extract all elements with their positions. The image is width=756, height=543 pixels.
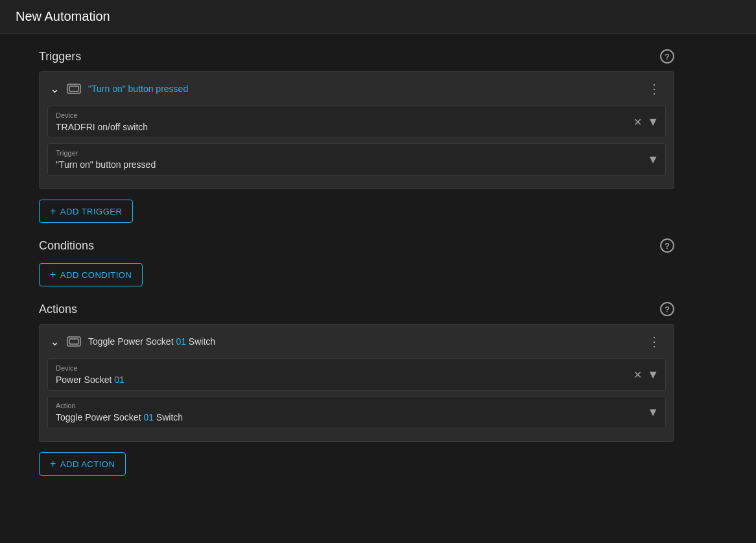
action-device-value: Power Socket 01: [56, 375, 657, 385]
trigger-type-dropdown-icon[interactable]: ▼: [647, 153, 659, 167]
actions-section-header: Actions ?: [39, 302, 674, 316]
add-condition-plus: +: [50, 269, 56, 281]
action-device-clear-icon[interactable]: ✕: [633, 369, 642, 381]
action-type-highlight: 01: [143, 412, 154, 422]
add-trigger-button[interactable]: + ADD TRIGGER: [39, 200, 133, 223]
action-type-label: Action: [56, 402, 657, 410]
conditions-section-header: Conditions ?: [39, 238, 674, 253]
trigger-chevron-icon[interactable]: ⌄: [50, 82, 60, 96]
conditions-section: Conditions ? + ADD CONDITION: [39, 238, 674, 286]
actions-help-icon[interactable]: ?: [660, 302, 674, 316]
trigger-card-title: "Turn on" button pressed: [88, 84, 188, 94]
action-type-dropdown-icon[interactable]: ▼: [647, 406, 659, 419]
trigger-card-header-left: ⌄ "Turn on" button pressed: [50, 82, 188, 96]
triggers-title: Triggers: [39, 50, 81, 64]
action-device-dropdown-icon[interactable]: ▼: [647, 368, 659, 382]
add-condition-button[interactable]: + ADD CONDITION: [39, 263, 143, 286]
trigger-card: ⌄ "Turn on" button pressed ⋮ Device: [39, 71, 674, 189]
trigger-type-label: Trigger: [56, 149, 657, 157]
action-card-header-left: ⌄ Toggle Power Socket 01 Switch: [50, 334, 215, 349]
trigger-type-field: Trigger "Turn on" button pressed ▼: [47, 143, 666, 176]
conditions-title: Conditions: [39, 239, 94, 253]
action-device-icon: [66, 336, 82, 347]
action-type-value: Toggle Power Socket 01 Switch: [56, 412, 657, 422]
action-more-icon[interactable]: ⋮: [645, 332, 663, 351]
trigger-card-body: Device TRADFRI on/off switch ✕ ▼ Trigger…: [40, 106, 674, 189]
action-type-controls: ▼: [647, 406, 659, 419]
trigger-type-controls: ▼: [647, 153, 659, 167]
action-chevron-icon[interactable]: ⌄: [50, 334, 60, 349]
trigger-device-icon: [66, 83, 82, 95]
main-content: Triggers ? ⌄ "Turn on" button pressed: [0, 34, 713, 507]
add-action-button[interactable]: + ADD ACTION: [39, 452, 126, 476]
add-trigger-label: ADD TRIGGER: [60, 207, 123, 216]
triggers-help-icon[interactable]: ?: [660, 49, 674, 64]
svg-rect-1: [69, 86, 78, 91]
page-header: New Automation: [0, 0, 756, 34]
action-device-controls: ✕ ▼: [633, 368, 659, 382]
trigger-device-value: TRADFRI on/off switch: [56, 122, 657, 132]
triggers-section-header: Triggers ?: [39, 49, 674, 64]
add-action-plus: +: [50, 458, 56, 470]
actions-title: Actions: [39, 303, 77, 316]
page-title: New Automation: [16, 9, 740, 24]
action-device-field: Device Power Socket 01 ✕ ▼: [47, 358, 666, 391]
add-action-label: ADD ACTION: [60, 459, 115, 469]
action-card-header[interactable]: ⌄ Toggle Power Socket 01 Switch ⋮: [40, 325, 674, 358]
triggers-section: Triggers ? ⌄ "Turn on" button pressed: [39, 49, 674, 223]
trigger-more-icon[interactable]: ⋮: [645, 80, 663, 98]
trigger-device-controls: ✕ ▼: [633, 115, 659, 129]
action-card-title-highlight: 01: [176, 336, 186, 347]
trigger-type-value: "Turn on" button pressed: [56, 159, 657, 170]
add-condition-label: ADD CONDITION: [60, 270, 132, 280]
action-type-field: Action Toggle Power Socket 01 Switch ▼: [47, 396, 666, 428]
action-card-title: Toggle Power Socket 01 Switch: [88, 336, 215, 347]
trigger-card-header[interactable]: ⌄ "Turn on" button pressed ⋮: [40, 72, 674, 106]
add-trigger-plus: +: [50, 205, 56, 217]
actions-section: Actions ? ⌄ Toggle Power Socket 01: [39, 302, 674, 476]
svg-rect-3: [69, 339, 78, 344]
trigger-device-dropdown-icon[interactable]: ▼: [647, 115, 659, 129]
action-card: ⌄ Toggle Power Socket 01 Switch ⋮: [39, 324, 674, 442]
trigger-device-label: Device: [56, 111, 657, 119]
action-card-body: Device Power Socket 01 ✕ ▼ Action Toggle…: [40, 358, 674, 441]
trigger-device-clear-icon[interactable]: ✕: [633, 116, 642, 128]
action-device-label: Device: [56, 364, 657, 372]
conditions-help-icon[interactable]: ?: [660, 238, 674, 253]
trigger-device-field: Device TRADFRI on/off switch ✕ ▼: [47, 106, 666, 138]
action-device-highlight: 01: [114, 375, 124, 385]
